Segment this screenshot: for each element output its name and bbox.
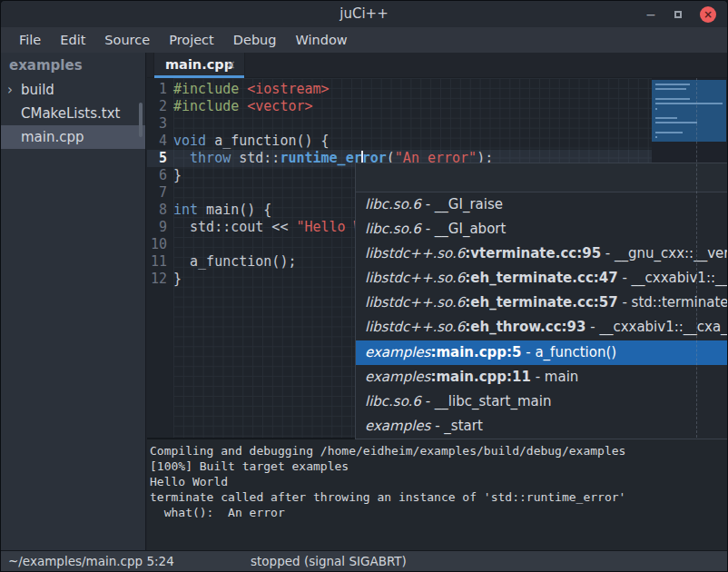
menu-debug[interactable]: Debug [224, 33, 287, 47]
code-line[interactable]: 8int main() { [147, 202, 271, 219]
code-line[interactable]: 7 [147, 184, 173, 202]
terminal-output[interactable]: Compiling and debugging /home/eidheim/ex… [147, 438, 727, 550]
backtrace-row[interactable]: examples:main.cpp:5 - a_function() [356, 340, 728, 365]
line-number: 7 [147, 184, 173, 202]
frame-file-line: :eh_terminate.cc:47 [465, 270, 617, 286]
tab-main-cpp[interactable]: main.cpp × [153, 53, 245, 78]
code-line[interactable]: 3 [147, 115, 173, 133]
line-number: 2 [147, 98, 173, 115]
token-def [173, 150, 190, 166]
frame-function: - __GI_raise [421, 196, 503, 212]
sidebar-item-main-cpp[interactable]: main.cpp [1, 125, 145, 149]
token-str: "Hello W [296, 219, 361, 235]
line-number: 3 [147, 115, 173, 133]
token-pre: #include [173, 98, 239, 114]
tab-label: main.cpp [165, 53, 233, 76]
status-bar: ~/examples/main.cpp 5:24 stopped (signal… [1, 550, 727, 571]
frame-file-line: :eh_terminate.cc:57 [465, 294, 617, 311]
frame-file-line: :eh_throw.cc:93 [465, 319, 585, 335]
code-text: a_function(); [173, 253, 296, 271]
backtrace-popup-header [356, 163, 728, 192]
title-bar[interactable]: juCi++ − × [1, 1, 727, 28]
code-line[interactable]: 2#include <vector> [147, 98, 313, 115]
file-position-status: ~/examples/main.cpp 5:24 [8, 551, 174, 571]
terminal-line: [100%] Built target examples [150, 459, 727, 474]
minimap-code-line [655, 108, 657, 110]
line-number: 5 [147, 150, 173, 167]
frame-library: libstdc++.so.6 [365, 294, 465, 311]
minimap-code-line [655, 98, 690, 100]
code-line[interactable]: 12} [147, 271, 182, 288]
frame-library: examples [365, 369, 430, 385]
backtrace-row[interactable]: libc.so.6 - __GI_abort [356, 217, 728, 242]
tab-bar: main.cpp × [147, 53, 727, 78]
terminal-line: terminate called after throwing an insta… [150, 489, 727, 505]
backtrace-popup: libc.so.6 - __GI_raiselibc.so.6 - __GI_a… [355, 163, 728, 439]
frame-function: - __GI_abort [421, 221, 506, 237]
sidebar-scrollbar[interactable] [139, 103, 143, 137]
token-def: } [173, 271, 182, 287]
frame-file-line: :main.cpp:5 [430, 344, 521, 360]
tree-item-label: main.cpp [21, 129, 84, 145]
window-title: juCi++ [1, 1, 727, 27]
code-line[interactable]: 4void a_function() { [147, 133, 330, 150]
menu-project[interactable]: Project [160, 33, 224, 47]
code-line[interactable]: 1#include <iostream> [147, 81, 330, 98]
backtrace-row[interactable]: libstdc++.so.6:eh_throw.cc:93 - __cxxabi… [356, 315, 728, 340]
frame-library: libstdc++.so.6 [365, 270, 465, 286]
token-def: } [173, 167, 182, 183]
frame-file-line: :vterminate.cc:95 [465, 245, 601, 261]
line-number: 10 [147, 236, 173, 253]
backtrace-row[interactable]: examples - _start [356, 414, 728, 439]
minimap-code-line [655, 84, 690, 85]
line-number: 8 [147, 202, 173, 219]
tab-close-icon[interactable]: × [225, 53, 236, 76]
code-line[interactable]: 9 std::cout << "Hello W [147, 219, 362, 236]
token-kw: int [173, 202, 198, 218]
token-str: <iostream> [247, 81, 329, 97]
token-def [239, 98, 247, 114]
chevron-right-icon[interactable]: › [7, 78, 13, 102]
minimap-code-line [655, 117, 677, 119]
token-def: main() { [198, 202, 271, 218]
project-name: examples [1, 53, 145, 78]
backtrace-row[interactable]: libc.so.6 - __GI_raise [356, 192, 728, 217]
minimap[interactable] [652, 80, 726, 142]
token-def [239, 81, 247, 97]
frame-library: libstdc++.so.6 [365, 319, 465, 335]
line-number: 6 [147, 167, 173, 184]
minimize-button[interactable]: − [645, 10, 656, 19]
menu-file[interactable]: File [10, 33, 51, 47]
menu-bar: FileEditSourceProjectDebugWindow [1, 27, 727, 53]
frame-library: libc.so.6 [365, 221, 421, 237]
code-text: #include <iostream> [173, 81, 330, 98]
code-line[interactable]: 10 [147, 236, 173, 253]
token-kw: void [173, 133, 206, 149]
restore-button[interactable] [674, 11, 682, 18]
backtrace-row[interactable]: libc.so.6 - __libc_start_main [356, 390, 728, 414]
frame-function: - __gnu_cxx::__verbos [601, 245, 728, 261]
menu-source[interactable]: Source [95, 33, 160, 47]
code-line[interactable]: 6} [147, 167, 182, 184]
close-button[interactable]: × [700, 6, 716, 23]
sidebar-item-build[interactable]: ›build [1, 78, 145, 102]
file-tree-sidebar: examples ›buildCMakeLists.txtmain.cpp [1, 53, 146, 550]
menu-edit[interactable]: Edit [51, 33, 95, 47]
code-line[interactable]: 11 a_function(); [147, 253, 296, 271]
backtrace-row[interactable]: libstdc++.so.6:vterminate.cc:95 - __gnu_… [356, 242, 728, 266]
frame-library: libstdc++.so.6 [365, 245, 465, 261]
backtrace-row[interactable]: libstdc++.so.6:eh_terminate.cc:57 - std:… [356, 291, 728, 315]
minimap-code-line [655, 122, 697, 123]
backtrace-row[interactable]: examples:main.cpp:11 - main [356, 365, 728, 390]
sidebar-item-cmakelists-txt[interactable]: CMakeLists.txt [1, 102, 145, 125]
terminal-line: what(): An error [150, 505, 727, 520]
backtrace-row[interactable]: libstdc++.so.6:eh_terminate.cc:47 - __cx… [356, 266, 728, 291]
frame-function: - main [531, 369, 578, 385]
frame-file-line: :main.cpp:11 [430, 369, 531, 385]
code-text: } [173, 167, 182, 184]
code-text: #include <vector> [173, 98, 313, 115]
menu-window[interactable]: Window [286, 33, 357, 47]
frame-function: - a_function() [521, 344, 616, 360]
token-def: std:: [231, 150, 280, 166]
frame-function: - __cxxabiv1::__cxa_thro [585, 319, 728, 335]
